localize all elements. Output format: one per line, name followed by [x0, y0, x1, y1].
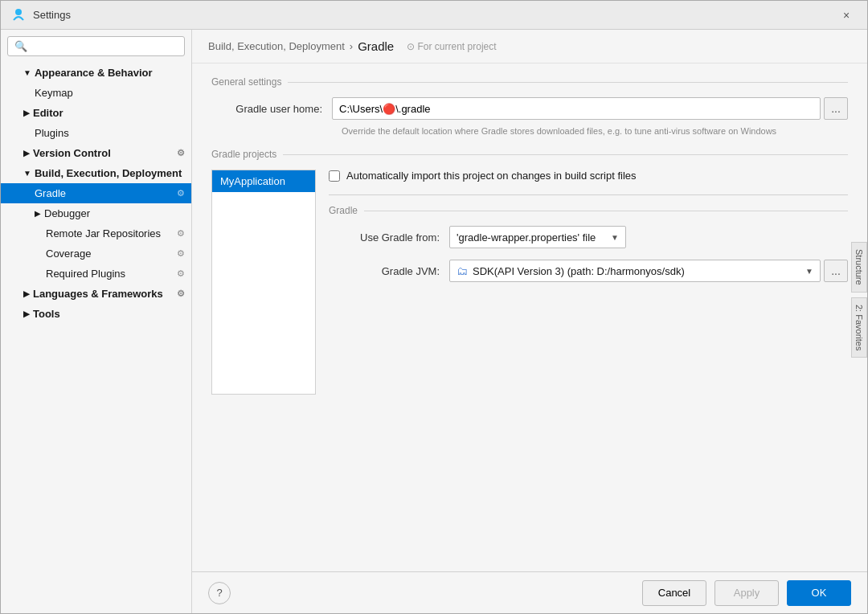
settings-icon: ⚙	[177, 148, 185, 158]
sidebar-item-label: Debugger	[44, 207, 90, 219]
sidebar-item-build[interactable]: ▼ Build, Execution, Deployment	[1, 163, 191, 183]
breadcrumb-current: Gradle	[358, 39, 394, 53]
general-settings-label: General settings	[211, 76, 848, 88]
gradle-jvm-value: SDK(API Version 3) (path: D:/harmonyos/s…	[473, 265, 685, 277]
settings-icon: ⚙	[177, 289, 185, 299]
use-gradle-from-value: 'gradle-wrapper.properties' file	[457, 231, 596, 244]
footer: ? Cancel Apply OK	[192, 571, 867, 613]
auto-import-checkbox[interactable]	[329, 170, 340, 182]
sidebar-item-label: Build, Execution, Deployment	[35, 167, 182, 179]
expand-arrow: ▶	[23, 289, 30, 298]
sidebar-item-label: Gradle	[35, 187, 66, 199]
for-current-project: ⊙ For current project	[407, 41, 496, 52]
apply-button[interactable]: Apply	[714, 580, 779, 606]
gradle-user-home-field[interactable]	[332, 97, 821, 120]
settings-icon: ⚙	[177, 248, 185, 259]
expand-arrow: ▶	[35, 209, 41, 218]
sidebar-item-plugins[interactable]: Plugins	[1, 123, 191, 143]
sidebar-item-label: Keymap	[35, 87, 73, 99]
sidebar-item-coverage[interactable]: Coverage ⚙	[1, 244, 191, 264]
sidebar-item-debugger[interactable]: ▶ Debugger	[1, 203, 191, 223]
sidebar-item-version-control[interactable]: ▶ Version Control ⚙	[1, 143, 191, 163]
gradle-user-home-row: Gradle user home: ...	[211, 97, 848, 120]
use-gradle-from-label: Use Gradle from:	[329, 231, 449, 244]
ok-button[interactable]: OK	[787, 580, 851, 606]
jvm-folder-icon: 🗂	[457, 264, 468, 277]
content-area: General settings Gradle user home: ... O…	[192, 63, 867, 571]
settings-icon: ⚙	[177, 228, 185, 239]
right-panel: Build, Execution, Deployment › Gradle ⊙ …	[192, 30, 867, 613]
auto-import-row: Automatically import this project on cha…	[329, 170, 848, 182]
settings-window: Settings × 🔍 ▼ Appearance & Behavior Key…	[0, 0, 868, 614]
search-input[interactable]	[31, 40, 178, 52]
gradle-jvm-row: Gradle JVM: 🗂 SDK(API Version 3) (path: …	[329, 260, 848, 282]
sidebar-item-label: Version Control	[33, 147, 111, 159]
titlebar: Settings ×	[1, 1, 867, 30]
sidebar-item-label: Required Plugins	[46, 268, 125, 280]
side-tabs: Structure 2: Favorites	[851, 242, 867, 358]
gradle-jvm-field[interactable]: 🗂 SDK(API Version 3) (path: D:/harmonyos…	[449, 260, 821, 282]
svg-point-0	[15, 9, 22, 15]
structure-tab[interactable]: Structure	[851, 242, 867, 293]
sidebar-item-tools[interactable]: ▶ Tools	[1, 304, 191, 324]
sidebar-item-editor[interactable]: ▶ Editor	[1, 103, 191, 123]
search-box[interactable]: 🔍	[7, 36, 185, 56]
use-gradle-from-input: 'gradle-wrapper.properties' file ▼	[449, 226, 848, 248]
project-list-item[interactable]: MyApplication	[212, 170, 315, 192]
cancel-button[interactable]: Cancel	[642, 580, 706, 606]
jvm-select-arrow: ▼	[805, 267, 813, 276]
gradle-sub-label: Gradle	[329, 205, 848, 216]
breadcrumb-parent: Build, Execution, Deployment	[208, 40, 345, 52]
sidebar-item-label: Editor	[33, 107, 63, 119]
use-gradle-from-select[interactable]: 'gradle-wrapper.properties' file ▼	[449, 226, 626, 248]
main-content: 🔍 ▼ Appearance & Behavior Keymap ▶ Edito…	[1, 30, 867, 613]
projects-list: MyApplication	[211, 170, 316, 395]
sidebar: 🔍 ▼ Appearance & Behavior Keymap ▶ Edito…	[1, 30, 192, 613]
projects-settings: Automatically import this project on cha…	[329, 170, 848, 395]
sidebar-item-languages[interactable]: ▶ Languages & Frameworks ⚙	[1, 284, 191, 304]
sidebar-item-remote-jar[interactable]: Remote Jar Repositories ⚙	[1, 223, 191, 244]
sidebar-item-keymap[interactable]: Keymap	[1, 83, 191, 103]
gradle-projects-label: Gradle projects	[211, 149, 848, 160]
sidebar-item-label: Coverage	[46, 248, 91, 260]
breadcrumb-sep: ›	[350, 40, 353, 52]
gradle-user-home-hint: Override the default location where Grad…	[342, 126, 848, 136]
gradle-user-home-label: Gradle user home:	[211, 103, 332, 115]
sidebar-item-label: Plugins	[35, 127, 69, 139]
sidebar-item-label: Appearance & Behavior	[35, 67, 153, 79]
close-button[interactable]: ×	[835, 4, 858, 27]
favorites-tab[interactable]: 2: Favorites	[851, 297, 867, 358]
select-arrow-icon: ▼	[611, 233, 619, 242]
gradle-user-home-input-wrapper: ...	[332, 97, 848, 120]
expand-arrow: ▼	[23, 169, 31, 178]
breadcrumb: Build, Execution, Deployment › Gradle ⊙ …	[192, 30, 867, 63]
browse-button[interactable]: ...	[824, 97, 848, 120]
auto-import-label: Automatically import this project on cha…	[346, 170, 637, 182]
expand-arrow: ▶	[23, 149, 30, 158]
window-title: Settings	[33, 9, 835, 21]
sidebar-item-label: Languages & Frameworks	[33, 288, 163, 300]
sidebar-item-required-plugins[interactable]: Required Plugins ⚙	[1, 264, 191, 284]
help-button[interactable]: ?	[208, 582, 231, 604]
expand-arrow: ▼	[23, 68, 31, 77]
projects-area: MyApplication Automatically import this …	[211, 170, 848, 395]
app-icon	[10, 7, 27, 23]
settings-icon: ⚙	[177, 188, 185, 199]
sidebar-item-appearance[interactable]: ▼ Appearance & Behavior	[1, 63, 191, 83]
gradle-subsection: Gradle Use Gradle from: 'gradle-wrapper.…	[329, 194, 848, 282]
gradle-jvm-label: Gradle JVM:	[329, 265, 449, 277]
expand-arrow: ▶	[23, 108, 30, 117]
sidebar-item-label: Tools	[33, 308, 60, 320]
use-gradle-from-row: Use Gradle from: 'gradle-wrapper.propert…	[329, 226, 848, 248]
sidebar-item-label: Remote Jar Repositories	[46, 227, 161, 239]
settings-icon: ⚙	[177, 268, 185, 279]
expand-arrow: ▶	[23, 309, 30, 318]
search-icon: 🔍	[14, 40, 27, 52]
sidebar-item-gradle[interactable]: Gradle ⚙	[1, 183, 191, 203]
gradle-jvm-browse-button[interactable]: ...	[824, 260, 848, 282]
gradle-jvm-input: 🗂 SDK(API Version 3) (path: D:/harmonyos…	[449, 260, 848, 282]
